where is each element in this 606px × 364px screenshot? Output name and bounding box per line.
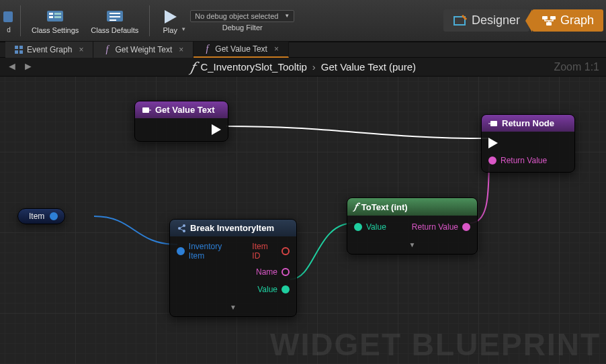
class-settings-button[interactable]: Class Settings — [26, 2, 84, 40]
node-to-text[interactable]: 𝑓 ToText (int) Value Return Value ▼ — [347, 197, 478, 255]
class-defaults-icon — [105, 7, 124, 26]
break-struct-icon — [177, 224, 186, 233]
class-settings-icon — [46, 7, 64, 26]
function-icon: 𝑓 — [190, 59, 195, 75]
exec-output-pin[interactable] — [212, 124, 221, 135]
play-dropdown-icon[interactable]: ▼ — [181, 26, 186, 32]
debug-filter-label: Debug Filter — [222, 24, 263, 32]
node-header[interactable]: Return Node — [482, 115, 574, 132]
svg-rect-8 — [542, 16, 548, 19]
exec-input-pin[interactable] — [488, 138, 498, 148]
tab-event-graph[interactable]: Event Graph × — [5, 42, 93, 58]
editor-mode-toggle: Designer Graph — [443, 9, 603, 32]
node-header[interactable]: Get Value Text — [135, 101, 228, 118]
node-break-struct[interactable]: Break InventoryItem Inventory Item Item … — [169, 219, 297, 317]
svg-rect-3 — [49, 16, 53, 18]
function-icon: 𝑓 — [354, 201, 357, 212]
graph-icon — [542, 15, 556, 27]
close-icon[interactable]: × — [79, 45, 83, 54]
variable-output-pin[interactable] — [50, 212, 58, 220]
svg-rect-14 — [19, 50, 23, 54]
svg-rect-5 — [54, 16, 61, 18]
svg-rect-2 — [49, 13, 53, 15]
svg-rect-11 — [15, 46, 18, 49]
svg-rect-16 — [490, 121, 497, 126]
function-icon: f — [103, 46, 111, 54]
svg-rect-10 — [546, 22, 552, 26]
main-toolbar: d Class Settings Class Defaults Play ▼ N… — [0, 0, 606, 42]
toolbar-separator — [149, 5, 150, 36]
svg-rect-7 — [454, 17, 465, 25]
value-output-pin[interactable]: Value — [257, 285, 290, 294]
watermark-text: WIDGET BLUEPRINT — [270, 326, 601, 363]
debug-filter: No debug object selected ▼ Debug Filter — [190, 10, 294, 32]
toolbar-cut-button[interactable]: d — [3, 2, 15, 40]
graph-mode-button[interactable]: Graph — [532, 9, 603, 32]
expand-node-button[interactable]: ▼ — [354, 241, 470, 248]
tab-get-weight-text[interactable]: f Get Weight Text × — [93, 42, 193, 58]
nav-back-button[interactable]: ◄ — [7, 60, 20, 74]
svg-rect-13 — [15, 50, 18, 54]
inventory-item-input-pin[interactable]: Inventory Item — [177, 242, 239, 261]
svg-rect-9 — [550, 16, 556, 19]
graph-canvas[interactable]: Get Value Text Return Node Return Value … — [0, 77, 606, 364]
svg-rect-4 — [54, 13, 61, 15]
item-id-output-pin[interactable]: Item ID — [252, 242, 290, 261]
designer-mode-button[interactable]: Designer — [443, 9, 529, 32]
breadcrumb-function[interactable]: Get Value Text (pure) — [321, 61, 416, 73]
node-header[interactable]: 𝑓 ToText (int) — [347, 198, 477, 216]
close-icon[interactable]: × — [274, 44, 279, 54]
graph-tabs: Event Graph × f Get Weight Text × f Get … — [0, 42, 606, 58]
toolbar-separator — [20, 5, 21, 36]
play-button[interactable]: Play ▼ — [155, 2, 185, 40]
return-value-pin[interactable]: Return Value — [488, 156, 547, 165]
breadcrumb: ◄ ► 𝑓 C_InventorySlot_Tooltip › Get Valu… — [0, 58, 606, 77]
function-icon: f — [203, 45, 211, 53]
dropdown-icon: ▼ — [284, 13, 290, 19]
return-icon — [488, 120, 498, 128]
node-header[interactable]: Break InventoryItem — [170, 220, 296, 236]
function-entry-icon — [142, 106, 151, 114]
event-graph-icon — [15, 46, 23, 54]
node-return[interactable]: Return Node Return Value — [481, 114, 575, 173]
svg-rect-0 — [3, 11, 13, 22]
class-defaults-button[interactable]: Class Defaults — [85, 2, 144, 40]
return-value-output-pin[interactable]: Return Value — [412, 222, 470, 232]
svg-rect-15 — [142, 107, 149, 113]
debug-object-selector[interactable]: No debug object selected ▼ — [190, 10, 294, 22]
tab-get-value-text[interactable]: f Get Value Text × — [193, 42, 289, 58]
play-icon — [161, 7, 179, 26]
designer-icon — [453, 14, 468, 28]
svg-rect-12 — [19, 46, 23, 49]
value-input-pin[interactable]: Value — [354, 222, 386, 232]
name-output-pin[interactable]: Name — [256, 267, 290, 277]
breadcrumb-class[interactable]: C_InventorySlot_Tooltip — [200, 61, 306, 73]
nav-forward-button[interactable]: ► — [23, 60, 36, 74]
node-function-entry[interactable]: Get Value Text — [134, 101, 228, 142]
zoom-level: Zoom 1:1 — [554, 61, 599, 73]
expand-node-button[interactable]: ▼ — [177, 304, 290, 311]
chevron-right-icon: › — [312, 61, 316, 73]
close-icon[interactable]: × — [179, 45, 183, 54]
node-variable-item[interactable]: Item — [17, 208, 65, 224]
